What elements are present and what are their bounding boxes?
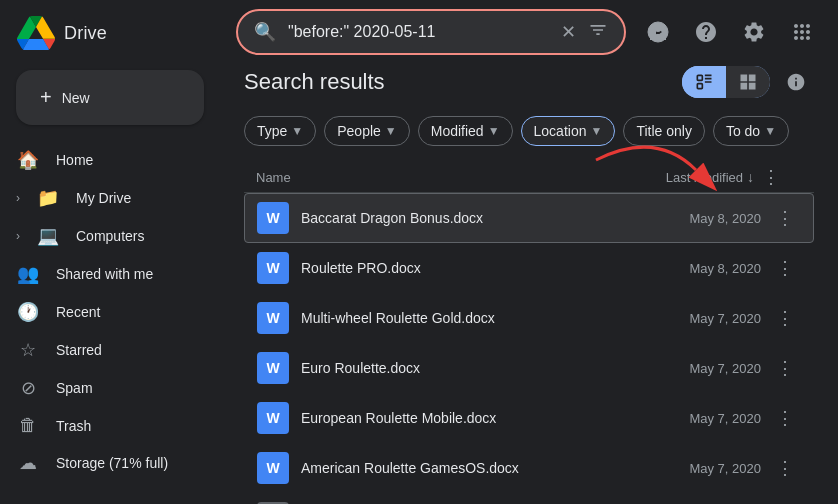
computers-icon: 💻 [36, 225, 60, 247]
my-drive-icon: 📁 [36, 187, 60, 209]
account-button[interactable] [638, 12, 678, 52]
chevron-down-icon: ▼ [488, 124, 500, 138]
search-icon: 🔍 [254, 21, 276, 43]
view-toggle [682, 66, 770, 98]
sidebar: Drive + New 🏠 Home › 📁 My Drive › 💻 Comp… [0, 0, 220, 504]
chevron-down-icon: ▼ [291, 124, 303, 138]
filter-people[interactable]: People ▼ [324, 116, 409, 146]
filter-title-only[interactable]: Title only [623, 116, 705, 146]
word-doc-icon: W [257, 202, 289, 234]
file-menu-button[interactable]: ⋮ [769, 202, 801, 234]
col-name-header: Name [256, 170, 614, 185]
col-actions-header: ⋮ [762, 166, 802, 188]
sidebar-item-recent[interactable]: 🕐 Recent [0, 293, 204, 331]
settings-button[interactable] [734, 12, 774, 52]
sidebar-item-my-drive[interactable]: › 📁 My Drive [0, 179, 204, 217]
page-title: Search results [244, 69, 385, 95]
table-row[interactable]: Shashwat Tasks.zip May 6, 2020 ⋮ [244, 493, 814, 504]
sidebar-item-label: Recent [56, 304, 188, 320]
content-area: Search results [220, 64, 838, 504]
filter-to-do-label: To do [726, 123, 760, 139]
filter-location[interactable]: Location ▼ [521, 116, 616, 146]
filter-to-do[interactable]: To do ▼ [713, 116, 789, 146]
file-name: American Roulette GamesOS.docx [301, 460, 621, 476]
file-menu-button[interactable]: ⋮ [769, 252, 801, 284]
list-view-button[interactable] [682, 66, 726, 98]
chevron-right-icon: › [16, 229, 20, 243]
col-name-label: Name [256, 170, 291, 185]
file-table: Name Last modified ↓ [244, 162, 814, 504]
sidebar-item-trash[interactable]: 🗑 Trash [0, 407, 204, 444]
more-options-icon: ⋮ [762, 167, 780, 187]
word-doc-icon: W [257, 302, 289, 334]
table-row[interactable]: W Euro Roulette.docx May 7, 2020 ⋮ [244, 343, 814, 393]
filter-modified-label: Modified [431, 123, 484, 139]
search-bar[interactable]: 🔍 ✕ [236, 9, 626, 55]
table-row[interactable]: W European Roulette Mobile.docx May 7, 2… [244, 393, 814, 443]
filter-title-only-label: Title only [636, 123, 692, 139]
table-row[interactable]: W Baccarat Dragon Bonus.docx May 8, 2020… [244, 193, 814, 243]
file-name: Roulette PRO.docx [301, 260, 621, 276]
sidebar-item-label: My Drive [76, 190, 188, 206]
file-date: May 7, 2020 [621, 411, 761, 426]
file-name: Euro Roulette.docx [301, 360, 621, 376]
file-date: May 7, 2020 [621, 311, 761, 326]
new-button[interactable]: + New [16, 70, 204, 125]
sidebar-item-label: Computers [76, 228, 188, 244]
sort-down-icon: ↓ [747, 169, 754, 185]
sidebar-item-starred[interactable]: ☆ Starred [0, 331, 204, 369]
header-actions [638, 12, 822, 52]
word-doc-icon: W [257, 402, 289, 434]
google-drive-logo [16, 16, 56, 50]
file-name: European Roulette Mobile.docx [301, 410, 621, 426]
sidebar-item-label: Shared with me [56, 266, 188, 282]
file-menu-button[interactable]: ⋮ [769, 402, 801, 434]
file-date: May 8, 2020 [621, 261, 761, 276]
logo-area: Drive [0, 8, 220, 66]
file-menu-button[interactable]: ⋮ [769, 302, 801, 334]
sidebar-item-label: Storage (71% full) [56, 455, 188, 471]
file-menu-button[interactable]: ⋮ [769, 352, 801, 384]
sidebar-item-storage[interactable]: ☁ Storage (71% full) [0, 444, 204, 482]
new-button-label: New [62, 90, 90, 106]
word-doc-icon: W [257, 452, 289, 484]
main-area: 🔍 ✕ [220, 0, 838, 504]
sidebar-item-label: Spam [56, 380, 188, 396]
cloud-icon: ☁ [16, 452, 40, 474]
search-clear-icon[interactable]: ✕ [561, 21, 576, 43]
content-header: Search results [244, 64, 814, 100]
chevron-right-icon: › [16, 191, 20, 205]
filter-type[interactable]: Type ▼ [244, 116, 316, 146]
grid-view-button[interactable] [726, 66, 770, 98]
star-icon: ☆ [16, 339, 40, 361]
trash-icon: 🗑 [16, 415, 40, 436]
filter-people-label: People [337, 123, 381, 139]
chevron-down-icon: ▼ [764, 124, 776, 138]
sidebar-item-spam[interactable]: ⊘ Spam [0, 369, 204, 407]
apps-button[interactable] [782, 12, 822, 52]
sidebar-item-shared-with-me[interactable]: 👥 Shared with me [0, 255, 204, 293]
table-row[interactable]: W Roulette PRO.docx May 8, 2020 ⋮ [244, 243, 814, 293]
file-name: Multi-wheel Roulette Gold.docx [301, 310, 621, 326]
file-date: May 7, 2020 [621, 361, 761, 376]
search-filters-icon[interactable] [588, 20, 608, 45]
chevron-down-icon: ▼ [590, 124, 602, 138]
search-input[interactable] [288, 23, 549, 41]
file-menu-button[interactable]: ⋮ [769, 452, 801, 484]
table-row[interactable]: W American Roulette GamesOS.docx May 7, … [244, 443, 814, 493]
info-button[interactable] [778, 64, 814, 100]
filter-chips: Type ▼ People ▼ Modified ▼ Location ▼ Ti… [244, 116, 814, 146]
app-title: Drive [64, 23, 107, 44]
sidebar-item-label: Starred [56, 342, 188, 358]
sidebar-item-computers[interactable]: › 💻 Computers [0, 217, 204, 255]
spam-icon: ⊘ [16, 377, 40, 399]
storage-section: 71.61 GB of 100 GB used [0, 498, 220, 504]
sidebar-item-home[interactable]: 🏠 Home [0, 141, 204, 179]
filter-modified[interactable]: Modified ▼ [418, 116, 513, 146]
sidebar-item-label: Trash [56, 418, 188, 434]
header: 🔍 ✕ [220, 0, 838, 64]
help-button[interactable] [686, 12, 726, 52]
file-date: May 8, 2020 [621, 211, 761, 226]
word-doc-icon: W [257, 252, 289, 284]
table-row[interactable]: W Multi-wheel Roulette Gold.docx May 7, … [244, 293, 814, 343]
